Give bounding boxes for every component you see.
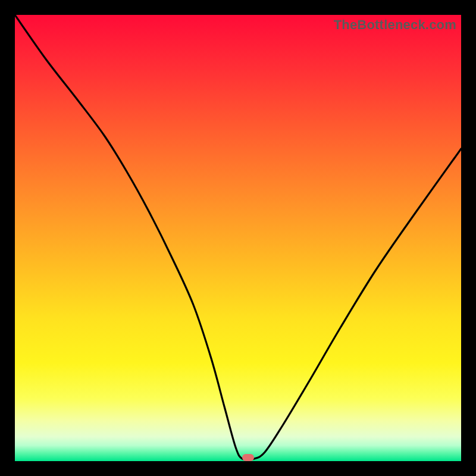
plot-area: TheBottleneck.com <box>15 15 461 461</box>
watermark-text: TheBottleneck.com <box>334 17 456 33</box>
bottleneck-curve <box>15 15 461 461</box>
min-marker <box>242 454 254 461</box>
chart-frame: TheBottleneck.com <box>0 0 476 476</box>
